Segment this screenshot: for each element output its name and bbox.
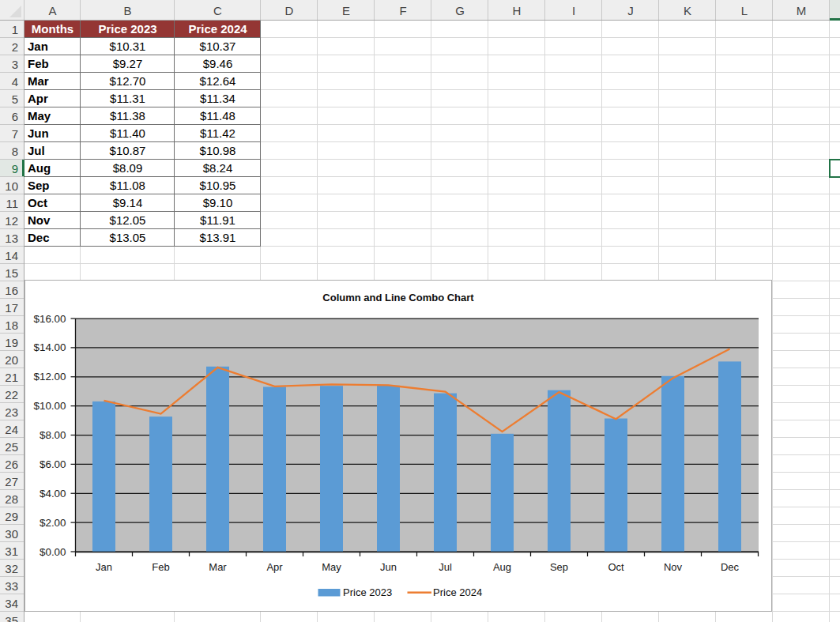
svg-text:Jan: Jan [96,561,112,573]
svg-text:Sep: Sep [550,561,568,573]
svg-text:Jun: Jun [380,561,397,573]
svg-text:Jul: Jul [439,561,452,573]
svg-text:$6.00: $6.00 [40,458,66,470]
svg-text:Column and Line Combo Chart: Column and Line Combo Chart [322,292,474,303]
svg-text:$14.00: $14.00 [34,341,66,353]
svg-text:Oct: Oct [608,561,624,573]
svg-text:$10.00: $10.00 [34,400,66,412]
svg-text:Nov: Nov [664,561,683,573]
svg-text:May: May [322,561,341,573]
svg-text:Price 2024: Price 2024 [433,586,482,598]
svg-text:$16.00: $16.00 [34,313,66,325]
svg-text:Dec: Dec [721,561,740,573]
svg-text:Apr: Apr [266,561,283,573]
svg-text:$4.00: $4.00 [40,488,66,499]
svg-text:Mar: Mar [209,561,227,573]
svg-text:$8.00: $8.00 [40,429,66,441]
svg-text:Aug: Aug [493,561,511,573]
svg-text:Feb: Feb [152,561,169,573]
svg-text:$0.00: $0.00 [40,546,66,558]
svg-text:$12.00: $12.00 [34,371,66,383]
svg-text:Price 2023: Price 2023 [343,586,392,598]
svg-text:$2.00: $2.00 [40,517,66,529]
